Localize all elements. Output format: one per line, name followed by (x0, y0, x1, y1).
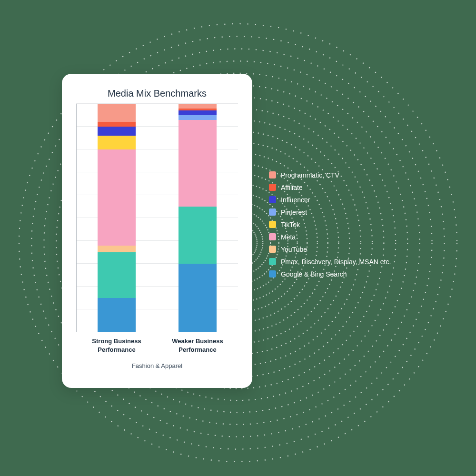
legend-item: Affiliate (269, 184, 391, 191)
legend-item: YouTube (269, 246, 391, 253)
legend-label: Affiliate (281, 184, 303, 191)
legend-swatch (269, 246, 276, 253)
stacked-bars (76, 104, 238, 332)
legend-label: Pmax, Discovery, Display, MSAN etc. (281, 258, 391, 265)
legend-label: Google & Bing Search (281, 271, 347, 278)
legend-item: Pmax, Discovery, Display, MSAN etc. (269, 258, 391, 265)
legend-swatch (269, 196, 276, 203)
bar-segment (98, 136, 136, 149)
bar-segment (178, 264, 217, 332)
bar-segment (178, 110, 217, 115)
legend-item: Programmatic, CTV (269, 171, 391, 178)
bar-segment (98, 252, 136, 298)
chart-card: Media Mix Benchmarks Strong Business Per… (62, 74, 252, 388)
stacked-bar (178, 104, 217, 332)
chart-title: Media Mix Benchmarks (62, 88, 252, 99)
legend-item: Influencer (269, 196, 391, 203)
bar-segment (98, 246, 136, 252)
bar-segment (178, 207, 217, 264)
legend-label: Programmatic, CTV (281, 172, 339, 178)
stacked-bar (98, 104, 136, 332)
bar-segment (178, 104, 217, 109)
bar-segment (98, 122, 136, 127)
chart-subtitle: Fashion & Apparel (62, 362, 252, 369)
bar-segment (98, 298, 136, 332)
plot-area (76, 104, 238, 332)
bar-segment (98, 127, 136, 136)
legend-item: TikTok (269, 221, 391, 228)
legend-swatch (269, 171, 276, 178)
legend-swatch (269, 221, 276, 228)
legend-label: TikTok (281, 221, 300, 228)
legend-label: Pinterest (281, 209, 307, 216)
bar-segment (98, 149, 136, 246)
legend-swatch (269, 270, 276, 278)
bar-category-labels: Strong Business PerformanceWeaker Busine… (62, 332, 252, 354)
legend-label: Influencer (281, 197, 310, 203)
bar-segment (178, 120, 217, 207)
bar-category-label: Strong Business Performance (83, 337, 150, 354)
legend-label: Meta (281, 234, 296, 240)
legend: Programmatic, CTVAffiliateInfluencerPint… (269, 171, 391, 283)
legend-swatch (269, 258, 276, 265)
bar-segment (178, 115, 217, 120)
legend-swatch (269, 208, 276, 216)
legend-item: Google & Bing Search (269, 270, 391, 278)
legend-swatch (269, 184, 276, 191)
legend-item: Meta (269, 233, 391, 240)
legend-item: Pinterest (269, 208, 391, 216)
bar-segment (98, 104, 136, 122)
legend-label: YouTube (281, 246, 307, 253)
legend-swatch (269, 233, 276, 240)
bar-category-label: Weaker Business Performance (164, 337, 231, 354)
